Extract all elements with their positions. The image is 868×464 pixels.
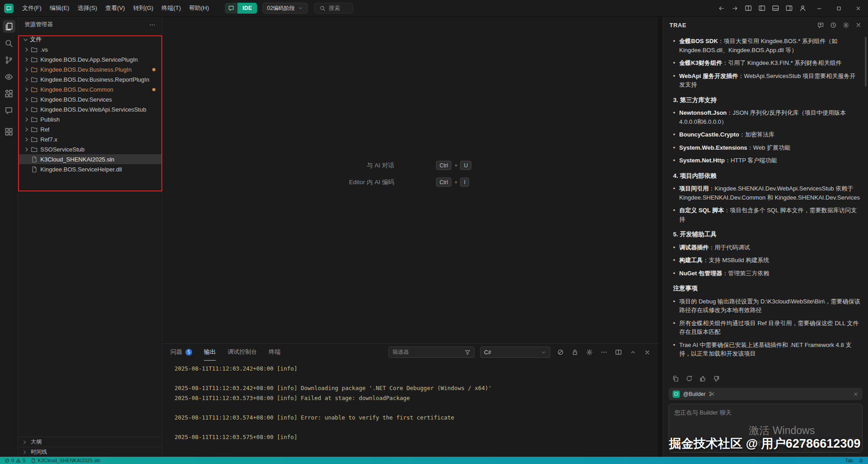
tree-folder-item[interactable]: Kingdee.BOS.Dev.Common bbox=[18, 84, 162, 94]
global-search[interactable]: 搜索 bbox=[314, 3, 353, 14]
log-line: 2025-08-11T11:12:03.242+08:00 [info] bbox=[175, 364, 654, 374]
stage-selector[interactable]: 02编码阶段 bbox=[262, 3, 308, 14]
activity-apps-button[interactable] bbox=[3, 125, 15, 138]
log-line bbox=[175, 422, 654, 432]
toggle-sidebar-button[interactable] bbox=[755, 1, 769, 15]
maximize-button[interactable] bbox=[829, 0, 849, 17]
tree-root-files[interactable]: 文件 bbox=[18, 34, 162, 44]
panel-tab[interactable]: 输出 bbox=[204, 344, 216, 361]
folder-icon bbox=[31, 46, 38, 53]
tree-folder-item[interactable]: SSOServiceStub bbox=[18, 144, 162, 154]
nav-forward-button[interactable] bbox=[728, 1, 742, 15]
mention-button[interactable]: @ bbox=[674, 440, 680, 446]
ai-chat-panel: TRAE •金蝶BOS SDK：项目大量引用 Kingdee.BOS.* 系列组… bbox=[663, 17, 868, 457]
menu-item[interactable]: 文件(F) bbox=[18, 2, 46, 14]
bullet-marker: • bbox=[673, 59, 675, 68]
response-action-bar bbox=[663, 372, 868, 386]
activity-comments-button[interactable] bbox=[3, 104, 15, 117]
remove-context-button[interactable] bbox=[853, 391, 858, 397]
split-editor-button[interactable] bbox=[742, 1, 755, 15]
panel-tab[interactable]: 终端 bbox=[269, 344, 281, 361]
tree-folder-item[interactable]: Kingdee.BOS.Dev.Business.ReportPlugIn bbox=[18, 74, 162, 84]
toggle-secondary-sidebar-button[interactable] bbox=[782, 1, 796, 15]
activity-source-control-button[interactable] bbox=[3, 54, 15, 66]
bullet-text: System.Net.Http：HTTP 客户端功能 bbox=[679, 156, 777, 165]
maximize-panel-button[interactable] bbox=[628, 348, 637, 357]
menu-item[interactable]: 帮助(H) bbox=[185, 2, 213, 14]
activity-search-button[interactable] bbox=[3, 37, 15, 49]
panel-more-button[interactable] bbox=[599, 348, 608, 357]
panel-layout-button[interactable] bbox=[614, 348, 623, 357]
timeline-section[interactable]: 时间线 bbox=[18, 447, 162, 457]
tree-folder-item[interactable]: .vs bbox=[18, 44, 162, 54]
panel-tab[interactable]: 问题5 bbox=[170, 344, 192, 361]
output-channel-select[interactable]: C# bbox=[480, 347, 550, 358]
output-settings-button[interactable] bbox=[585, 348, 594, 357]
menu-item[interactable]: 终端(T) bbox=[157, 2, 185, 14]
send-message-button[interactable] bbox=[846, 438, 857, 449]
tree-items: .vsKingdee.BOS.Dev.App.ServicePlugInKing… bbox=[18, 44, 162, 174]
ide-mode-switch[interactable]: IDE bbox=[225, 3, 257, 14]
chat-input-box[interactable]: 您正在与 Builder 聊天 @ bbox=[669, 404, 863, 453]
bullet-marker: • bbox=[673, 37, 675, 54]
activity-explorer-button[interactable] bbox=[3, 20, 15, 33]
scrollbar-thumb[interactable] bbox=[865, 37, 867, 87]
regenerate-button[interactable] bbox=[686, 375, 693, 382]
new-chat-button[interactable] bbox=[817, 22, 824, 29]
menu-item[interactable]: 转到(G) bbox=[129, 2, 158, 14]
tree-item-label: Ref bbox=[40, 126, 49, 133]
copy-icon bbox=[672, 375, 679, 382]
chat-history-button[interactable] bbox=[830, 22, 837, 29]
ai-response-content[interactable]: •金蝶BOS SDK：项目大量引用 Kingdee.BOS.* 系列组件（如 K… bbox=[663, 33, 868, 372]
output-log[interactable]: 2025-08-11T11:12:03.242+08:00 [info] 202… bbox=[162, 361, 658, 457]
tree-item-label: .vs bbox=[40, 46, 48, 53]
chevron-up-icon bbox=[630, 349, 636, 355]
bullet-marker: • bbox=[673, 243, 675, 252]
active-solution[interactable]: K3Cloud_SHENKAI2025.sln bbox=[31, 458, 100, 463]
clear-output-button[interactable] bbox=[556, 348, 565, 357]
tree-folder-item[interactable]: Kingdee.BOS.Dev.App.ServicePlugIn bbox=[18, 54, 162, 64]
activity-preview-button[interactable] bbox=[3, 70, 15, 83]
thumbs-up-button[interactable] bbox=[699, 375, 706, 382]
menu-item[interactable]: 选择(S) bbox=[73, 2, 101, 14]
app-logo[interactable] bbox=[4, 4, 14, 13]
tree-folder-item[interactable]: Publish bbox=[18, 114, 162, 124]
menu-item[interactable]: 编辑(E) bbox=[46, 2, 73, 14]
outline-section[interactable]: 大纲 bbox=[18, 437, 162, 447]
minimize-button[interactable] bbox=[810, 0, 829, 17]
thumbs-down-icon bbox=[713, 375, 720, 382]
copy-response-button[interactable] bbox=[672, 375, 679, 382]
tree-folder-item[interactable]: Kingdee.BOS.Dev.Business.PlugIn bbox=[18, 64, 162, 74]
output-filter-input[interactable]: 筛选器 bbox=[388, 347, 475, 358]
lock-scroll-button[interactable] bbox=[570, 348, 579, 357]
close-icon bbox=[855, 22, 862, 28]
menu-item[interactable]: 查看(V) bbox=[101, 2, 129, 14]
tree-folder-item[interactable]: Kingdee.BOS.Dev.Services bbox=[18, 94, 162, 104]
builder-chip-label[interactable]: @Builder bbox=[683, 391, 706, 397]
close-panel-button[interactable] bbox=[643, 348, 652, 357]
editor-area[interactable]: 与 AI 对话 Ctrl + U Editor 内 AI 编码 Ctrl + I bbox=[162, 17, 658, 343]
attach-image-button[interactable] bbox=[686, 440, 693, 447]
close-window-button[interactable] bbox=[849, 0, 868, 17]
tree-folder-item[interactable]: Ref bbox=[18, 124, 162, 134]
panel-tab[interactable]: 调试控制台 bbox=[228, 344, 257, 361]
thumbs-down-button[interactable] bbox=[713, 375, 720, 382]
bullet-item: •金蝶BOS SDK：项目大量引用 Kingdee.BOS.* 系列组件（如 K… bbox=[673, 37, 861, 54]
sidebar-more-button[interactable] bbox=[149, 22, 155, 28]
panel-tab-bar: 问题5输出调试控制台终端 筛选器 C# bbox=[162, 344, 658, 361]
toggle-panel-button[interactable] bbox=[769, 1, 782, 15]
tree-folder-item[interactable]: Kingdee.BOS.Dev.WebApi.ServicesStub bbox=[18, 104, 162, 114]
close-ai-panel-button[interactable] bbox=[855, 22, 862, 28]
account-button[interactable] bbox=[796, 1, 810, 15]
bullet-term: 金蝶BOS SDK bbox=[679, 38, 718, 44]
tree-file-item[interactable]: K3Cloud_SHENKAI2025.sln bbox=[18, 154, 162, 164]
log-line bbox=[175, 403, 654, 413]
tree-folder-item[interactable]: Ref7.x bbox=[18, 134, 162, 144]
tree-file-item[interactable]: Kingdee.BOS.ServiceHelper.dll bbox=[18, 164, 162, 174]
detach-context-button[interactable] bbox=[709, 391, 715, 397]
nav-back-button[interactable] bbox=[714, 1, 728, 15]
ai-settings-button[interactable] bbox=[843, 22, 849, 29]
activity-extensions-button[interactable] bbox=[3, 87, 15, 100]
notifications-button[interactable] bbox=[858, 458, 863, 463]
problems-status[interactable]: 0 5 bbox=[5, 458, 25, 463]
